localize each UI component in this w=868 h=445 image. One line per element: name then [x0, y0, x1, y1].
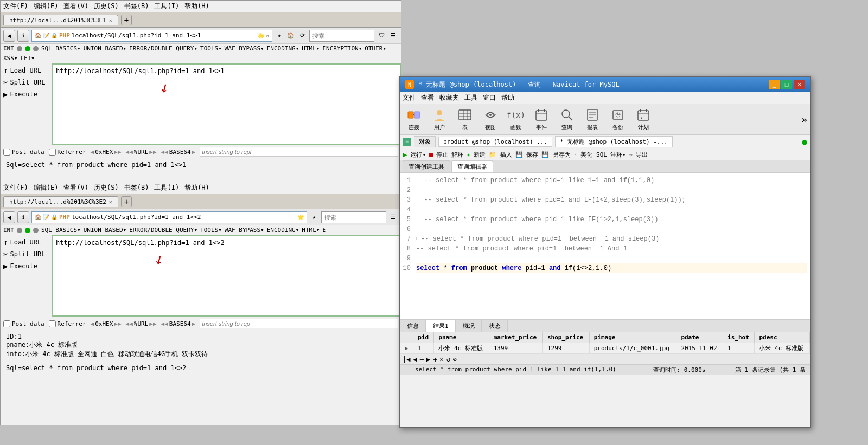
- nav-prev[interactable]: ◀: [413, 356, 417, 363]
- nav-delete-row[interactable]: ✕: [439, 356, 443, 363]
- referrer-check2[interactable]: Referrer: [49, 320, 86, 327]
- search-box2[interactable]: [321, 211, 386, 223]
- nav-menu-favorites[interactable]: 收藏夹: [439, 93, 459, 102]
- url-content2[interactable]: http://localhost/SQL/sql1.php?id=1 and 1…: [56, 239, 397, 247]
- hackbar1-encoding[interactable]: ENCODING▾: [267, 45, 299, 52]
- tool-user[interactable]: 用户: [428, 106, 451, 133]
- hackbar2-waf[interactable]: WAF BYPASS▾: [225, 227, 264, 234]
- hackbar1-lfi[interactable]: LFI▾: [21, 55, 35, 62]
- bottom-tab-status[interactable]: 状态: [482, 320, 508, 332]
- run-btn[interactable]: 运行▾: [410, 151, 426, 159]
- info-btn2[interactable]: ℹ: [17, 211, 29, 223]
- hackbar1-html[interactable]: HTML▾: [302, 45, 320, 52]
- nav-menu-view[interactable]: 查看: [421, 93, 434, 102]
- browser1-tab[interactable]: http://local...d%201%3C%3E1 ✕: [3, 15, 118, 25]
- insert-field2[interactable]: [200, 319, 398, 328]
- toolbar-expand[interactable]: »: [801, 114, 807, 125]
- tool-view[interactable]: 视图: [479, 106, 502, 133]
- base64-btn2[interactable]: ◀◀ BASE64 ▶: [161, 320, 196, 327]
- back-btn1[interactable]: ◀: [3, 30, 15, 42]
- bookmark-icon2[interactable]: ★: [309, 212, 319, 222]
- save-btn[interactable]: 💾 保存: [515, 151, 539, 159]
- menu-icon2[interactable]: ☰: [388, 212, 398, 222]
- url-encode-btn1[interactable]: ◀◀ %URL ▶▶: [126, 149, 157, 156]
- new-btn[interactable]: 新建: [474, 151, 486, 159]
- tool-func[interactable]: f(x) 函数: [505, 106, 527, 133]
- menu-bookmarks2[interactable]: 书签(B): [124, 183, 149, 192]
- menu-history2[interactable]: 历史(S): [94, 183, 119, 192]
- bottom-tab-info[interactable]: 信息: [400, 320, 426, 332]
- bottom-tab-overview[interactable]: 概况: [456, 320, 482, 332]
- menu-view2[interactable]: 查看(V): [63, 183, 88, 192]
- tab2-close[interactable]: ✕: [109, 199, 112, 205]
- refresh-icon1[interactable]: ⟳: [297, 31, 307, 41]
- nav-next[interactable]: ▶: [426, 356, 430, 363]
- nav-menu-tools[interactable]: 工具: [464, 93, 477, 102]
- menu-edit2[interactable]: 编辑(E): [34, 183, 59, 192]
- hackbar2-encoding[interactable]: ENCODING▾: [267, 227, 299, 234]
- stop-btn[interactable]: 停止: [436, 151, 448, 159]
- hackbar1-encryption[interactable]: ENCRYPTION▾: [322, 45, 362, 52]
- tab1-new[interactable]: +: [121, 15, 132, 25]
- address-text2[interactable]: localhost/SQL/sql1.php?id=1 and 1<>2: [72, 214, 296, 221]
- tab1-close[interactable]: ✕: [109, 17, 112, 23]
- execute-btn2[interactable]: ▶ Execute: [1, 260, 52, 272]
- menu-help1[interactable]: 帮助(H): [184, 2, 209, 11]
- menu-icon1[interactable]: ☰: [388, 31, 398, 41]
- base64-btn1[interactable]: ◀◀ BASE64 ▶: [161, 149, 196, 156]
- hackbar2-e[interactable]: E: [322, 227, 326, 234]
- home-icon1[interactable]: 🏠: [286, 31, 296, 41]
- hackbar1-waf[interactable]: WAF BYPASS▾: [225, 45, 264, 52]
- nav-menu-file[interactable]: 文件: [403, 93, 416, 102]
- nav-refresh[interactable]: ↺: [446, 356, 450, 363]
- menu-tools1[interactable]: 工具(I): [154, 2, 179, 11]
- object-tab2[interactable]: product @shop (localhost) ...: [438, 137, 552, 147]
- menu-edit1[interactable]: 编辑(E): [34, 2, 59, 11]
- nav-first[interactable]: |◀: [403, 356, 410, 363]
- tool-event[interactable]: 事件: [530, 106, 553, 133]
- hackbar1-error[interactable]: ERROR/DOUBLE QUERY▾: [129, 45, 197, 52]
- post-data-checkbox2[interactable]: [3, 320, 10, 327]
- export-btn[interactable]: 导出: [636, 151, 648, 159]
- insert-btn[interactable]: 📁 插入: [489, 151, 512, 159]
- nav-menu-window[interactable]: 窗口: [483, 93, 496, 102]
- tool-schedule[interactable]: ★ 计划: [632, 106, 655, 133]
- url-encode-btn2[interactable]: ◀◀ %URL ▶▶: [126, 320, 157, 327]
- code-content[interactable]: -- select * from product where pid=1 lik…: [416, 176, 807, 317]
- object-tab3[interactable]: * 无标题 @shop (localhost) -...: [555, 136, 673, 147]
- beautify-btn[interactable]: 美化 SQL: [580, 151, 607, 159]
- nav-menu-help[interactable]: 帮助: [501, 93, 514, 102]
- referrer-check1[interactable]: Referrer: [49, 149, 86, 156]
- search-box1[interactable]: [309, 30, 374, 42]
- back-btn2[interactable]: ◀: [3, 211, 15, 223]
- referrer-checkbox1[interactable]: [49, 149, 56, 156]
- comment-btn[interactable]: 注释▾: [610, 151, 626, 159]
- object-tab1[interactable]: 对象: [414, 136, 436, 147]
- url-content1[interactable]: http://localhost/SQL/sql1.php?id=1 and 1…: [56, 67, 397, 75]
- bookmark-icon1[interactable]: ★: [275, 31, 284, 41]
- minimize-btn[interactable]: _: [769, 80, 780, 89]
- menu-file2[interactable]: 文件(F): [3, 183, 28, 192]
- tool-table[interactable]: 表: [454, 106, 476, 133]
- hex-btn1[interactable]: ◀ 0xHEX ▶▶: [91, 149, 122, 156]
- post-data-check2[interactable]: Post data: [3, 320, 44, 327]
- hex-btn2[interactable]: ◀ 0xHEX ▶▶: [91, 320, 122, 327]
- address-text1[interactable]: localhost/SQL/sql1.php?id=1 and 1<>1: [72, 32, 256, 39]
- menu-file1[interactable]: 文件(F): [3, 2, 28, 11]
- load-url-btn1[interactable]: ↑ Load URL: [1, 65, 52, 76]
- hackbar1-union[interactable]: UNION BASED▾: [84, 45, 126, 52]
- hackbar2-tools[interactable]: TOOLS▾: [200, 227, 222, 234]
- hackbar2-sql-basics[interactable]: SQL BASICS▾: [41, 227, 81, 234]
- saveas-btn[interactable]: 💾 另存为: [541, 151, 571, 159]
- post-data-checkbox1[interactable]: [3, 149, 10, 156]
- browser2-tab[interactable]: http://local...d%201%3C%3E2 ✕: [3, 196, 118, 207]
- hackbar2-html[interactable]: HTML▾: [302, 227, 320, 234]
- tool-connect[interactable]: 连接: [403, 106, 425, 133]
- referrer-checkbox2[interactable]: [49, 320, 56, 327]
- hackbar1-other[interactable]: OTHER▾: [365, 45, 386, 52]
- hackbar1-tools[interactable]: TOOLS▾: [200, 45, 222, 52]
- info-btn1[interactable]: ℹ: [17, 30, 29, 42]
- tool-report[interactable]: 报表: [581, 106, 604, 133]
- close-btn[interactable]: ✕: [794, 80, 805, 89]
- hackbar2-error[interactable]: ERROR/DOUBLE QUERY▾: [129, 227, 197, 234]
